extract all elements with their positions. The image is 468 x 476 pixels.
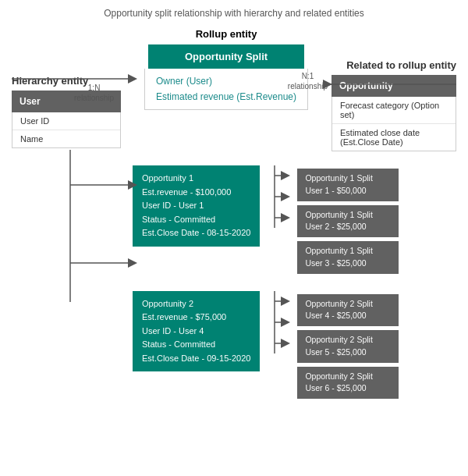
opp2-to-splits-svg — [271, 291, 286, 353]
hierarchy-entity-body: User ID Name — [12, 112, 121, 148]
hierarchy-field-0: User ID — [12, 112, 120, 130]
related-field-0: Forecast category (Option set) — [332, 97, 456, 124]
rollup-box-title: Opportunity Split — [148, 44, 304, 69]
related-field-1: Estimated close date (Est.Close Date) — [332, 124, 456, 151]
page-title: Opportunity split relationship with hier… — [12, 8, 456, 19]
split-2-1: Opportunity 2 Split User 4 - $25,000 — [297, 294, 399, 327]
opp1-line3: Status - Committed — [142, 213, 250, 227]
opportunity-1-box: Opportunity 1 Est.revenue - $100,000 Use… — [133, 165, 260, 247]
opp2-line3: Status - Committed — [142, 338, 250, 352]
vertical-connector-svg — [66, 150, 136, 306]
opp1-line4: Est.Close Date - 08-15-2020 — [142, 226, 250, 240]
split-2-3: Opportunity 2 Split User 6 - $25,000 — [297, 367, 399, 400]
opp2-line0: Opportunity 2 — [142, 297, 250, 311]
rel-label-n1: N:1relationship — [288, 71, 328, 91]
related-section-title: Related to rollup entity — [332, 59, 456, 71]
rollup-fields: Owner (User) Estimated revenue (Est.Reve… — [144, 69, 308, 110]
rel-label-1n: 1:Nrelationship — [74, 83, 114, 103]
opp1-line0: Opportunity 1 — [142, 172, 250, 186]
hierarchy-field-1: Name — [12, 130, 120, 147]
split-1-3: Opportunity 1 Split User 3 - $25,000 — [297, 241, 399, 274]
split-1-2: Opportunity 1 Split User 2 - $25,000 — [297, 205, 399, 238]
opp2-line2: User ID - User 4 — [142, 325, 250, 339]
opp1-line1: Est.revenue - $100,000 — [142, 186, 250, 200]
opportunity-2-box: Opportunity 2 Est.revenue - $75,000 User… — [133, 291, 260, 372]
rollup-label: Rollup entity — [196, 28, 257, 40]
related-entity-body: Forecast category (Option set) Estimated… — [332, 97, 456, 151]
opp1-to-splits-svg — [271, 165, 286, 228]
related-entity-name: Opportunity — [332, 75, 456, 97]
rollup-field-1: Estimated revenue (Est.Revenue) — [156, 89, 296, 105]
split-2-2: Opportunity 2 Split User 5 - $25,000 — [297, 330, 399, 363]
split-1-1: Opportunity 1 Split User 1 - $50,000 — [297, 169, 399, 201]
rollup-field-0: Owner (User) — [156, 73, 296, 89]
opp2-line1: Est.revenue - $75,000 — [142, 311, 250, 325]
opp2-line4: Est.Close Date - 09-15-2020 — [142, 352, 250, 366]
opp1-line2: User ID - User 1 — [142, 199, 250, 213]
